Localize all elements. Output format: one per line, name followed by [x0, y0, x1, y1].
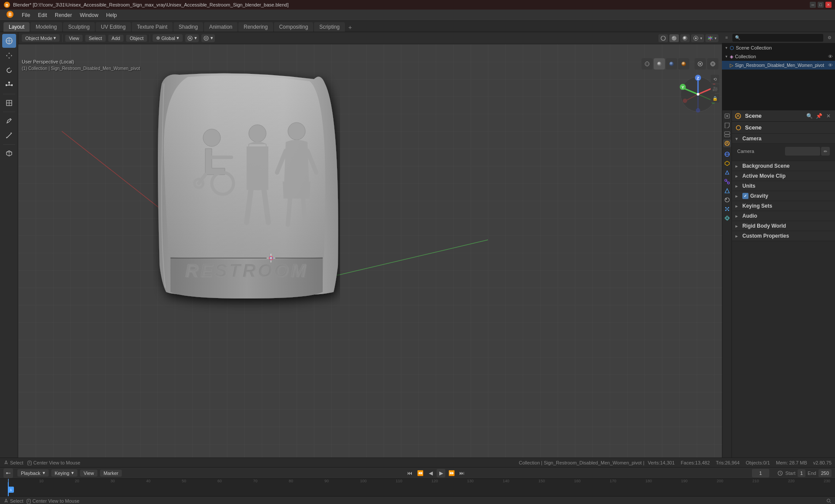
add-workspace-button[interactable]: +: [346, 23, 354, 32]
view-perspective-btn[interactable]: ⟲: [711, 75, 719, 83]
keying-sets-section-header[interactable]: ▸ Keying Sets: [732, 201, 835, 211]
transform-orientation[interactable]: ⊕ Global ▾: [153, 34, 183, 42]
tab-uv-editing[interactable]: UV Editing: [96, 22, 131, 32]
view-lock-btn[interactable]: 🔒: [711, 94, 719, 103]
gravity-section-header[interactable]: ▸ ✓ Gravity: [732, 191, 835, 201]
menu-window[interactable]: Window: [76, 11, 102, 20]
tab-scripting[interactable]: Scripting: [314, 22, 345, 32]
properties-close-btn[interactable]: ✕: [825, 112, 832, 120]
close-button[interactable]: ✕: [825, 2, 832, 8]
timeline-editor-type[interactable]: [3, 468, 13, 478]
object-props-tab[interactable]: [723, 159, 731, 167]
view-camera-btn[interactable]: 🎥: [711, 84, 719, 93]
particles-props-tab[interactable]: [723, 205, 731, 213]
render-props-tab[interactable]: [723, 112, 731, 120]
xray-toggle-btn[interactable]: [707, 58, 718, 70]
annotate-tool-button[interactable]: [2, 114, 16, 128]
menu-edit[interactable]: Edit: [34, 11, 50, 20]
tab-animation[interactable]: Animation: [204, 22, 237, 32]
viewport-shading-rendered[interactable]: [680, 34, 690, 42]
audio-section-header[interactable]: ▸ Audio: [732, 211, 835, 221]
menu-blender[interactable]: B: [3, 9, 17, 21]
tab-compositing[interactable]: Compositing: [274, 22, 314, 32]
cursor-tool-button[interactable]: [2, 34, 16, 48]
properties-pin-btn[interactable]: 📌: [815, 112, 823, 120]
transform-tool-button[interactable]: [2, 96, 16, 110]
world-props-tab[interactable]: [723, 150, 731, 158]
tab-modeling[interactable]: Modeling: [30, 22, 62, 32]
object-visibility[interactable]: 👁: [827, 62, 833, 68]
movie-clip-section-header[interactable]: ▸ Active Movie Clip: [732, 171, 835, 181]
collection-visibility[interactable]: 👁: [827, 53, 833, 60]
play-backward-btn[interactable]: ◀: [426, 469, 435, 477]
outliner-search[interactable]: 🔍: [732, 34, 823, 42]
collection-item[interactable]: ▾ ◈ Collection 👁: [722, 52, 835, 61]
current-frame-input[interactable]: 1: [752, 469, 769, 477]
viewport-overlays-btn[interactable]: ▾: [691, 34, 704, 42]
properties-search-btn[interactable]: 🔍: [805, 112, 813, 120]
wireframe-mode-btn[interactable]: [641, 58, 653, 70]
outliner-options[interactable]: ⚙: [828, 35, 832, 40]
units-section-header[interactable]: ▸ Units: [732, 181, 835, 191]
menu-help[interactable]: Help: [103, 11, 120, 20]
add-cube-button[interactable]: [2, 146, 16, 160]
menu-file[interactable]: File: [18, 11, 33, 20]
snap-toggle[interactable]: ▾: [185, 34, 199, 42]
tab-texture-paint[interactable]: Texture Paint: [132, 22, 173, 32]
data-props-tab[interactable]: [723, 187, 731, 195]
end-frame-input[interactable]: 250: [818, 469, 832, 477]
object-menu[interactable]: Object: [126, 35, 147, 42]
move-tool-button[interactable]: [2, 49, 16, 63]
viewport-gizmo[interactable]: X Y: [678, 75, 718, 114]
tab-sculpting[interactable]: Sculpting: [63, 22, 95, 32]
bg-scene-section-header[interactable]: ▸ Background Scene: [732, 161, 835, 171]
rotate-tool-button[interactable]: [2, 63, 16, 77]
camera-eyedropper[interactable]: ✏: [821, 147, 830, 156]
tab-layout[interactable]: Layout: [3, 22, 30, 32]
camera-section-header[interactable]: ▾ Camera: [732, 134, 835, 144]
proportional-edit[interactable]: ▾: [201, 34, 215, 42]
add-menu[interactable]: Add: [108, 35, 124, 42]
viewport-gizmos-btn[interactable]: ▾: [705, 34, 718, 42]
scale-tool-button[interactable]: [2, 78, 16, 92]
scene-props-tab[interactable]: [723, 139, 731, 147]
physics-props-tab[interactable]: [723, 214, 731, 222]
minimize-button[interactable]: ─: [810, 2, 816, 8]
jump-forward-btn[interactable]: ⏩: [447, 469, 456, 477]
timeline-track[interactable]: 1 10 20 30 40 50 60 70 80 90 100 110 120…: [0, 479, 835, 496]
go-to-start-btn[interactable]: ⏮: [405, 469, 414, 477]
modifier-props-tab[interactable]: [723, 169, 731, 176]
object-mode-selector[interactable]: Object Mode ▾: [22, 34, 60, 42]
viewport-canvas[interactable]: RESTROOM RESTROOM User Perspective (Loca…: [18, 44, 722, 504]
menu-render[interactable]: Render: [51, 11, 75, 20]
viewport-shading-solid[interactable]: [669, 34, 679, 42]
camera-field-value[interactable]: [785, 147, 820, 156]
view-layer-tab[interactable]: [723, 130, 731, 138]
rendered-mode-btn[interactable]: [678, 58, 689, 70]
constraint-props-tab[interactable]: [723, 178, 731, 186]
rigid-body-section-header[interactable]: ▸ Rigid Body World: [732, 221, 835, 231]
timeline-playback-menu[interactable]: Playback ▾: [17, 469, 49, 477]
material-mode-btn[interactable]: [666, 58, 677, 70]
maximize-button[interactable]: □: [818, 2, 824, 8]
frame-marker-1[interactable]: 1: [8, 487, 14, 493]
material-props-tab[interactable]: [723, 196, 731, 204]
sign-object-item[interactable]: ▷ Sign_Restroom_Disabled_Men_Women_pivot…: [722, 61, 835, 70]
timeline-marker-menu[interactable]: Marker: [100, 470, 122, 477]
zoom-indicator[interactable]: [826, 498, 832, 504]
start-frame-input[interactable]: 1: [798, 469, 805, 477]
output-props-tab[interactable]: [723, 121, 731, 129]
timeline-view-menu[interactable]: View: [80, 470, 97, 477]
custom-props-section-header[interactable]: ▸ Custom Properties: [732, 231, 835, 241]
timeline-keying-menu[interactable]: Keying ▾: [51, 469, 78, 477]
scene-collection-item[interactable]: ▾ ⬡ Scene Collection: [722, 43, 835, 52]
view-menu[interactable]: View: [65, 35, 83, 42]
go-to-end-btn[interactable]: ⏭: [458, 469, 466, 477]
play-btn[interactable]: ▶: [437, 469, 445, 477]
measure-tool-button[interactable]: [2, 129, 16, 143]
tab-rendering[interactable]: Rendering: [238, 22, 273, 32]
overlay-toggle-btn[interactable]: [695, 58, 706, 70]
viewport[interactable]: Object Mode ▾ View Select Add Object ⊕ G…: [18, 32, 722, 504]
solid-mode-btn[interactable]: [654, 58, 665, 70]
select-menu[interactable]: Select: [85, 35, 106, 42]
